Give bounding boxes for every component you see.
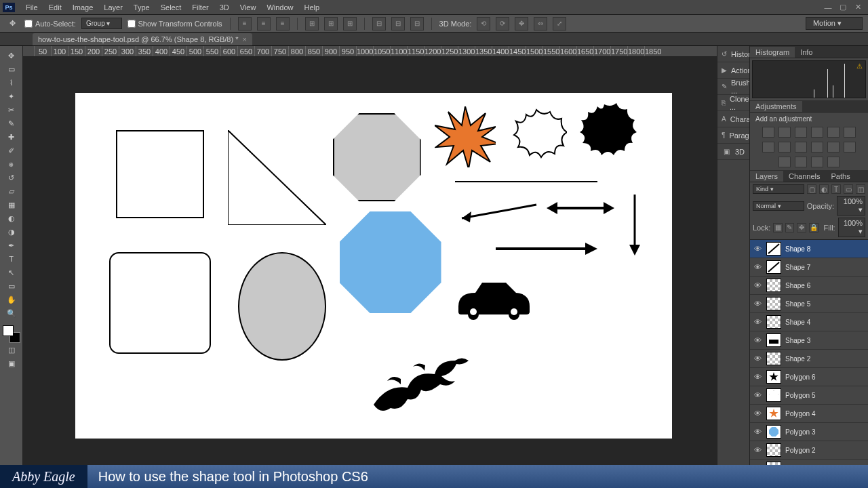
adjustment-preset[interactable] <box>811 142 823 152</box>
visibility-toggle-icon[interactable]: 👁 <box>753 318 762 326</box>
menu-layer[interactable]: Layer <box>98 1 128 14</box>
layer-row[interactable]: 👁 Shape 8 <box>750 240 868 258</box>
eraser-tool[interactable]: ▱ <box>3 184 20 198</box>
adjustment-preset[interactable] <box>827 142 840 152</box>
collapsed-panel-actions[interactable]: ▶Actions <box>717 62 749 79</box>
lock-all-button[interactable]: 🔒 <box>809 223 818 232</box>
layer-filter-dropdown[interactable]: Kind ▾ <box>753 184 804 194</box>
pen-tool[interactable]: ✒ <box>3 239 20 252</box>
canvas[interactable] <box>23 57 717 488</box>
3d-slide-button[interactable]: ⇔ <box>534 17 547 30</box>
heal-tool[interactable]: ✚ <box>3 130 20 144</box>
move-tool[interactable]: ✥ <box>3 49 20 62</box>
collapsed-panel-brush-[interactable]: ✎Brush ... <box>717 79 749 95</box>
layer-row[interactable]: 👁 Shape 5 <box>750 295 868 313</box>
adjustment-preset[interactable] <box>778 157 791 167</box>
align-button[interactable]: ⊟ <box>391 17 405 30</box>
3d-roll-button[interactable]: ⟳ <box>496 17 509 30</box>
screenmode-button[interactable]: ▣ <box>3 357 20 370</box>
blend-mode-dropdown[interactable]: Normal ▾ <box>753 201 804 211</box>
show-transform-checkbox[interactable]: Show Transform Controls <box>127 20 222 28</box>
align-button[interactable]: ≡ <box>276 17 290 30</box>
collapsed-panel-3d[interactable]: ▣3D <box>717 144 749 160</box>
adjustment-preset[interactable] <box>762 127 774 138</box>
menu-view[interactable]: View <box>235 1 262 14</box>
type-tool[interactable]: T <box>3 252 20 266</box>
layer-row[interactable]: 👁 Shape 2 <box>750 350 868 368</box>
layer-row[interactable]: 👁 Shape 6 <box>750 277 868 295</box>
adjustment-preset[interactable] <box>827 157 840 167</box>
visibility-toggle-icon[interactable]: 👁 <box>753 428 762 436</box>
visibility-toggle-icon[interactable]: 👁 <box>753 446 762 454</box>
color-wells[interactable] <box>3 325 20 343</box>
visibility-toggle-icon[interactable]: 👁 <box>753 300 762 308</box>
adjustments-tab[interactable]: Adjustments <box>750 101 802 112</box>
window-close-button[interactable]: ✕ <box>850 3 865 12</box>
warning-icon[interactable]: ⚠ <box>856 62 863 70</box>
layer-list[interactable]: 👁 Shape 8 👁 Shape 7 👁 Shape 6 👁 Shape 5 … <box>750 239 868 488</box>
menu-select[interactable]: Select <box>155 1 187 14</box>
visibility-toggle-icon[interactable]: 👁 <box>753 354 762 363</box>
menu-window[interactable]: Window <box>261 1 298 14</box>
dodge-tool[interactable]: ◑ <box>3 225 20 239</box>
3d-scale-button[interactable]: ⤢ <box>553 17 566 30</box>
crop-tool[interactable]: ✂ <box>3 103 20 117</box>
collapsed-panel-paragr-[interactable]: ¶Paragr... <box>717 127 749 144</box>
layer-row[interactable]: 👁 Polygon 3 <box>750 423 868 441</box>
layer-row[interactable]: 👁 Shape 3 <box>750 331 868 350</box>
layer-row[interactable]: 👁 Shape 4 <box>750 313 868 331</box>
menu-edit[interactable]: Edit <box>43 1 67 14</box>
window-minimize-button[interactable]: — <box>821 3 835 12</box>
workspace-preset-dropdown[interactable]: Motion ▾ <box>806 17 863 30</box>
collapsed-panel-history[interactable]: ↺History <box>717 46 749 62</box>
visibility-toggle-icon[interactable]: 👁 <box>753 373 762 381</box>
adjustment-preset[interactable] <box>778 142 791 152</box>
layer-row[interactable]: 👁 Polygon 6 <box>750 368 868 386</box>
layer-row[interactable]: 👁 Polygon 2 <box>750 441 868 460</box>
distribute-button[interactable]: ⊞ <box>305 17 319 30</box>
shape-tool[interactable]: ▭ <box>3 279 20 293</box>
foreground-color[interactable] <box>3 325 14 336</box>
filter-icon[interactable]: ◐ <box>819 184 829 194</box>
visibility-toggle-icon[interactable]: 👁 <box>753 263 762 271</box>
distribute-button[interactable]: ⊞ <box>324 17 338 30</box>
visibility-toggle-icon[interactable]: 👁 <box>753 391 762 399</box>
visibility-toggle-icon[interactable]: 👁 <box>753 409 762 418</box>
layer-row[interactable]: 👁 Polygon 4 <box>750 405 868 423</box>
history-brush-tool[interactable]: ↺ <box>3 171 20 184</box>
adjustment-preset[interactable] <box>844 127 856 138</box>
menu-help[interactable]: Help <box>299 1 326 14</box>
visibility-toggle-icon[interactable]: 👁 <box>753 336 762 344</box>
channels-tab[interactable]: Channels <box>783 171 825 182</box>
layers-tab[interactable]: Layers <box>750 171 783 182</box>
adjustment-preset[interactable] <box>795 127 807 138</box>
lock-transparent-button[interactable]: ▦ <box>773 223 782 232</box>
collapsed-panel-clone-[interactable]: ⎘Clone ... <box>717 95 749 111</box>
menu-type[interactable]: Type <box>128 1 155 14</box>
align-button[interactable]: ≡ <box>257 17 271 30</box>
wand-tool[interactable]: ✦ <box>3 89 20 103</box>
collapsed-panel-charac-[interactable]: ACharac... <box>717 111 749 127</box>
menu-3d[interactable]: 3D <box>214 1 235 14</box>
stamp-tool[interactable]: ⎈ <box>3 157 20 171</box>
gradient-tool[interactable]: ▦ <box>3 198 20 211</box>
zoom-tool[interactable]: 🔍 <box>3 306 20 320</box>
visibility-toggle-icon[interactable]: 👁 <box>753 245 762 253</box>
distribute-button[interactable]: ⊞ <box>343 17 357 30</box>
adjustment-preset[interactable] <box>778 127 791 138</box>
auto-select-mode-dropdown[interactable]: Group ▾ <box>81 18 122 29</box>
adjustment-preset[interactable] <box>795 157 807 167</box>
document-tab[interactable]: how-to-use-the-shape-tool.psd @ 66.7% (S… <box>33 33 252 45</box>
fill-value[interactable]: 100% ▾ <box>838 218 865 237</box>
info-tab[interactable]: Info <box>795 47 818 58</box>
adjustment-preset[interactable] <box>795 142 807 152</box>
hand-tool[interactable]: ✋ <box>3 293 20 306</box>
close-tab-icon[interactable]: × <box>243 35 247 43</box>
blur-tool[interactable]: ◐ <box>3 211 20 225</box>
eyedropper-tool[interactable]: ✎ <box>3 117 20 130</box>
lock-position-button[interactable]: ✥ <box>797 223 806 232</box>
menu-image[interactable]: Image <box>67 1 99 14</box>
layer-row[interactable]: 👁 Polygon 5 <box>750 386 868 405</box>
adjustment-preset[interactable] <box>844 142 856 152</box>
lock-pixels-button[interactable]: ✎ <box>785 223 794 232</box>
